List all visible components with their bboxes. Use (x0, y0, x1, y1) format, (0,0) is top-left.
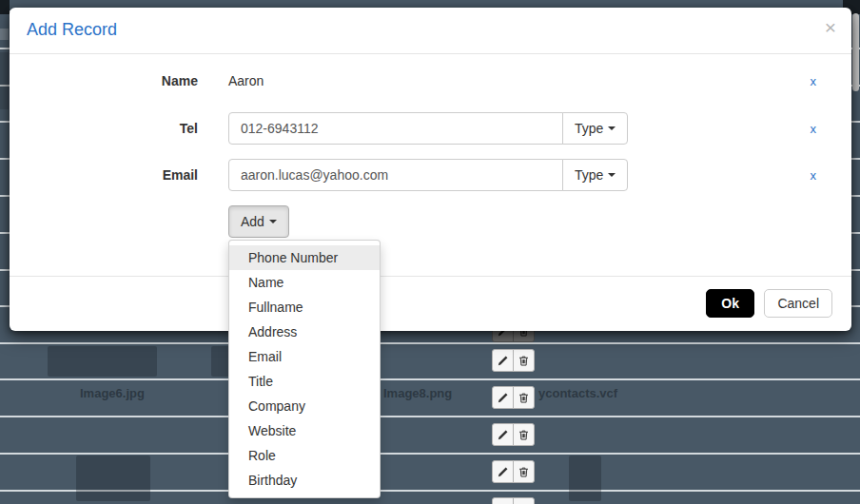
type-dropdown-button[interactable]: Type (562, 112, 628, 145)
field-row-name: Name Aaron x (10, 73, 851, 88)
modal-body: Name Aaron x Tel Type x Email (10, 54, 851, 238)
modal-footer: Ok Cancel (10, 276, 851, 331)
edit-icon (497, 466, 509, 478)
table-row-divider (0, 342, 860, 344)
file-name-label: Image8.png (383, 386, 452, 400)
page-edge (0, 29, 9, 40)
type-button-label: Type (575, 121, 603, 136)
edit-icon (497, 392, 509, 404)
file-thumbnail (76, 456, 150, 501)
edit-button[interactable] (492, 386, 514, 409)
menu-item-email[interactable]: Email (229, 344, 380, 369)
row-action-group (492, 349, 535, 372)
edit-button[interactable] (492, 497, 514, 504)
email-input[interactable] (228, 159, 563, 191)
add-record-modal: Add Record × Name Aaron x Tel Type x (10, 8, 851, 331)
remove-field-link[interactable]: x (811, 74, 817, 88)
edit-icon (497, 429, 509, 441)
delete-button[interactable] (513, 349, 535, 372)
delete-icon (518, 392, 530, 404)
edit-button[interactable] (492, 460, 514, 483)
delete-icon (518, 429, 530, 441)
table-row-divider (0, 416, 860, 417)
menu-item-title[interactable]: Title (229, 369, 380, 394)
scrollbar[interactable] (852, 13, 859, 91)
menu-item-fullname[interactable]: Fullname (229, 295, 380, 320)
field-value: Aaron (228, 73, 264, 88)
delete-button[interactable] (513, 423, 535, 446)
file-name-label: ycontacts.vcf (538, 386, 617, 400)
table-row-divider (0, 453, 860, 455)
row-action-group (492, 497, 535, 504)
add-dropdown-menu: Phone Number Name Fullname Address Email… (228, 240, 381, 498)
delete-button[interactable] (513, 386, 535, 409)
menu-item-name[interactable]: Name (229, 270, 380, 295)
add-button-label: Add (241, 214, 264, 229)
field-label: Name (10, 73, 198, 88)
row-action-group (492, 460, 535, 483)
file-thumbnail (48, 346, 157, 377)
file-thumbnail (569, 456, 601, 501)
edit-button[interactable] (492, 423, 514, 446)
remove-field-link[interactable]: x (811, 122, 817, 136)
field-label: Tel (10, 121, 198, 136)
field-row-email: Email Type x (10, 159, 851, 191)
delete-icon (518, 355, 530, 367)
menu-item-website[interactable]: Website (229, 418, 380, 443)
field-label: Email (10, 167, 198, 183)
modal-title: Add Record (27, 20, 117, 39)
cancel-button[interactable]: Cancel (764, 289, 832, 318)
menu-item-company[interactable]: Company (229, 394, 380, 418)
remove-field-link[interactable]: x (811, 168, 817, 183)
delete-icon (518, 466, 530, 478)
field-row-tel: Tel Type x (10, 112, 851, 145)
page-edge (0, 52, 9, 109)
row-action-group (492, 423, 535, 446)
close-icon[interactable]: × (825, 17, 836, 37)
delete-button[interactable] (513, 497, 535, 504)
menu-item-birthday[interactable]: Birthday (229, 468, 380, 493)
chevron-down-icon (608, 126, 616, 130)
page-edge (0, 0, 10, 14)
chevron-down-icon (269, 220, 277, 223)
ok-button[interactable]: Ok (706, 289, 754, 318)
table-row-divider (0, 378, 860, 380)
tel-input[interactable] (228, 112, 563, 145)
menu-item-address[interactable]: Address (229, 320, 380, 344)
type-button-label: Type (575, 167, 603, 183)
add-button[interactable]: Add (228, 205, 289, 238)
chevron-down-icon (608, 173, 616, 177)
type-dropdown-button[interactable]: Type (562, 159, 628, 191)
file-name-label: Image6.jpg (80, 386, 145, 400)
menu-item-phone-number[interactable]: Phone Number (229, 245, 380, 270)
menu-item-role[interactable]: Role (229, 443, 380, 468)
modal-header: Add Record × (10, 8, 851, 54)
delete-button[interactable] (513, 460, 535, 483)
edit-icon (497, 355, 509, 367)
edit-button[interactable] (492, 349, 514, 372)
add-field-dropdown: Add Phone Number Name Fullname Address E… (228, 205, 289, 238)
row-action-group (492, 386, 535, 409)
